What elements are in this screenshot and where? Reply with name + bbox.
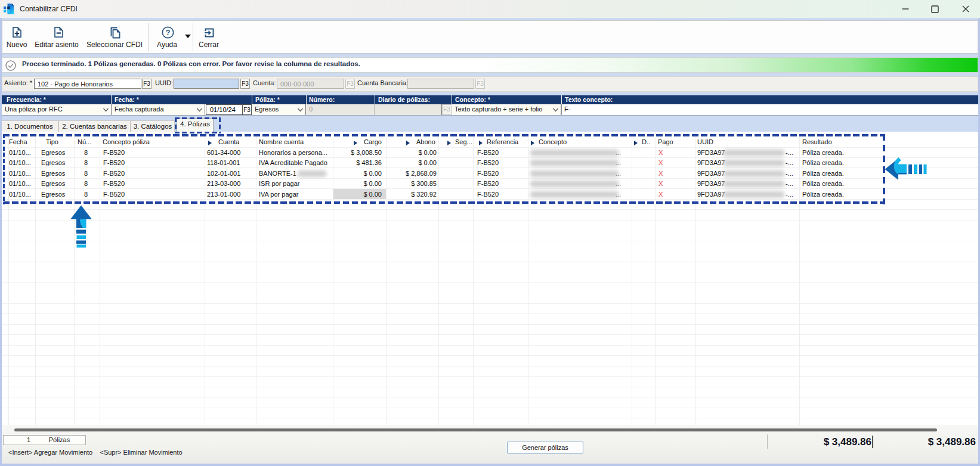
svg-text:?: ?	[166, 29, 171, 37]
